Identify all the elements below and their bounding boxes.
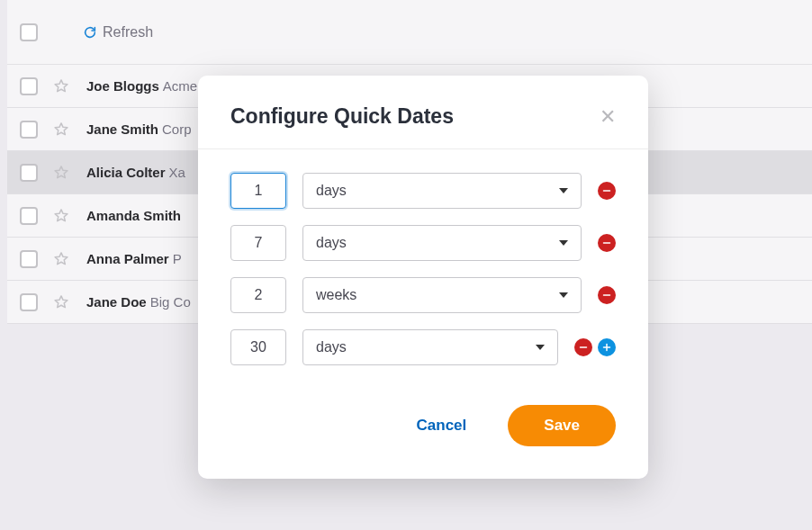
close-icon[interactable]: ✕	[600, 107, 616, 127]
chevron-down-icon	[559, 188, 568, 193]
row-actions	[598, 234, 616, 252]
interval-unit-select[interactable]: days	[302, 329, 558, 365]
chevron-down-icon	[536, 345, 545, 350]
row-name: Alicia Colter	[86, 165, 166, 180]
row-name: Joe Bloggs	[86, 78, 159, 94]
row-checkbox[interactable]	[20, 293, 38, 311]
row-text: Anna PalmerP	[86, 251, 182, 266]
remove-row-button[interactable]	[598, 234, 616, 252]
interval-value-input[interactable]	[230, 173, 286, 209]
row-subtitle: Acme	[163, 78, 197, 94]
dialog-footer: Cancel Save	[198, 387, 648, 479]
row-subtitle: Corp	[162, 121, 192, 137]
row-name: Jane Doe	[86, 294, 147, 310]
cancel-button[interactable]: Cancel	[411, 416, 473, 436]
configure-quick-dates-dialog: Configure Quick Dates ✕ daysdaysweeksday…	[198, 76, 648, 479]
row-name: Jane Smith	[86, 121, 158, 137]
minus-icon	[601, 290, 612, 301]
interval-unit-label: weeks	[316, 287, 356, 303]
row-subtitle: P	[173, 251, 182, 266]
minus-icon	[578, 342, 589, 353]
row-checkbox[interactable]	[20, 77, 38, 95]
interval-unit-select[interactable]: days	[302, 173, 582, 209]
dialog-title: Configure Quick Dates	[230, 104, 454, 129]
interval-unit-select[interactable]: weeks	[302, 277, 582, 313]
row-text: Jane DoeBig Co	[86, 294, 191, 310]
row-checkbox[interactable]	[20, 250, 38, 268]
interval-unit-select[interactable]: days	[302, 225, 582, 261]
remove-row-button[interactable]	[598, 286, 616, 304]
minus-icon	[601, 185, 612, 196]
row-name: Anna Palmer	[86, 251, 169, 266]
chevron-down-icon	[559, 292, 568, 298]
row-checkbox[interactable]	[20, 121, 38, 139]
row-actions	[574, 338, 616, 356]
quick-date-row: days	[230, 225, 616, 261]
interval-value-input[interactable]	[230, 225, 286, 261]
row-name: Amanda Smith	[86, 208, 181, 223]
remove-row-button[interactable]	[574, 338, 592, 356]
row-subtitle: Xa	[169, 165, 185, 180]
remove-row-button[interactable]	[598, 182, 616, 200]
minus-icon	[601, 238, 612, 248]
refresh-icon	[83, 25, 97, 40]
star-icon[interactable]	[52, 207, 70, 225]
dialog-header: Configure Quick Dates ✕	[198, 76, 648, 149]
row-text: Amanda Smith	[86, 208, 185, 223]
row-subtitle: Big Co	[150, 294, 191, 310]
star-icon[interactable]	[52, 121, 70, 139]
row-text: Jane SmithCorp	[86, 121, 192, 137]
chevron-down-icon	[559, 240, 568, 246]
interval-value-input[interactable]	[230, 277, 286, 313]
row-text: Joe BloggsAcme	[86, 78, 197, 94]
row-checkbox[interactable]	[20, 207, 38, 225]
star-icon[interactable]	[52, 250, 70, 268]
row-actions	[598, 182, 616, 200]
select-all-checkbox[interactable]	[20, 23, 38, 41]
row-text: Alicia ColterXa	[86, 165, 185, 180]
interval-unit-label: days	[316, 235, 347, 251]
dialog-body: daysdaysweeksdays	[198, 149, 648, 387]
quick-date-row: weeks	[230, 277, 616, 313]
interval-unit-label: days	[316, 339, 347, 355]
star-icon[interactable]	[52, 77, 70, 95]
save-button[interactable]: Save	[508, 405, 616, 446]
quick-date-row: days	[230, 173, 616, 209]
refresh-button[interactable]: Refresh	[83, 24, 153, 40]
add-row-button[interactable]	[598, 338, 616, 356]
row-actions	[598, 286, 616, 304]
star-icon[interactable]	[52, 293, 70, 311]
interval-unit-label: days	[316, 183, 347, 199]
quick-date-row: days	[230, 329, 616, 365]
row-checkbox[interactable]	[20, 164, 38, 182]
plus-icon	[601, 342, 612, 353]
interval-value-input[interactable]	[230, 329, 286, 365]
star-icon[interactable]	[52, 164, 70, 182]
refresh-label: Refresh	[103, 24, 153, 40]
list-toolbar: Refresh	[7, 0, 812, 65]
